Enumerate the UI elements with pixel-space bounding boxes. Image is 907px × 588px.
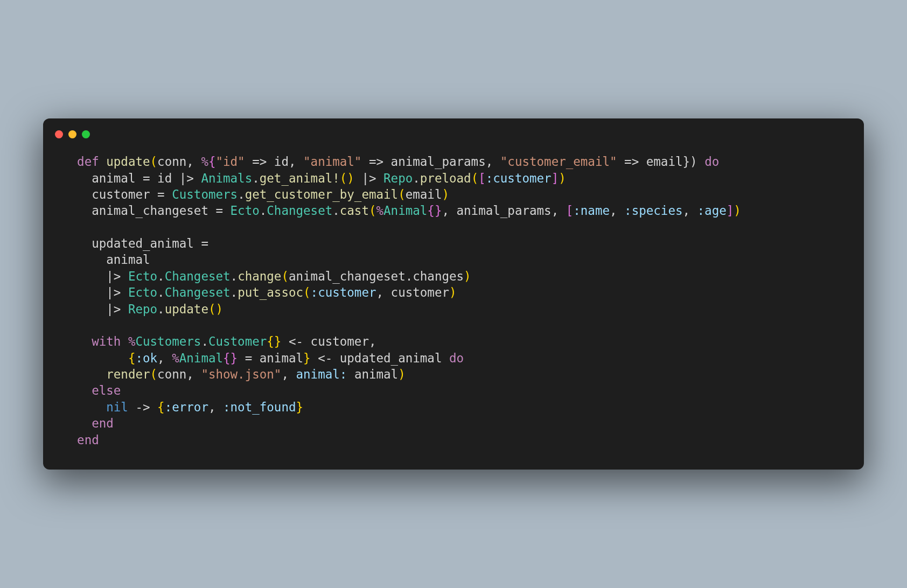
code-line: nil -> {:error, :not_found} (62, 400, 303, 414)
code-block[interactable]: def update(conn, %{"id" => id, "animal" … (43, 142, 864, 470)
code-line: |> Ecto.Changeset.put_assoc(:customer, c… (62, 285, 457, 299)
code-line: end (62, 433, 99, 447)
code-window: def update(conn, %{"id" => id, "animal" … (43, 118, 864, 470)
code-line: end (62, 416, 114, 430)
code-line: |> Repo.update() (62, 302, 223, 316)
zoom-icon[interactable] (82, 130, 90, 138)
code-line: with %Customers.Customer{} <- customer, (62, 334, 376, 348)
minimize-icon[interactable] (68, 130, 76, 138)
code-line: {:ok, %Animal{} = animal} <- updated_ani… (62, 351, 464, 365)
code-line: |> Ecto.Changeset.change(animal_changese… (62, 269, 471, 283)
code-line: animal_changeset = Ecto.Changeset.cast(%… (62, 204, 741, 218)
code-line: def update(conn, %{"id" => id, "animal" … (62, 155, 719, 169)
close-icon[interactable] (55, 130, 63, 138)
window-titlebar (43, 118, 864, 142)
code-line: else (62, 383, 121, 397)
code-line: animal (62, 253, 150, 267)
code-line: updated_animal = (62, 236, 208, 250)
code-line: customer = Customers.get_customer_by_ema… (62, 187, 449, 201)
code-line: animal = id |> Animals.get_animal!() |> … (62, 171, 566, 185)
code-line: render(conn, "show.json", animal: animal… (62, 367, 406, 381)
